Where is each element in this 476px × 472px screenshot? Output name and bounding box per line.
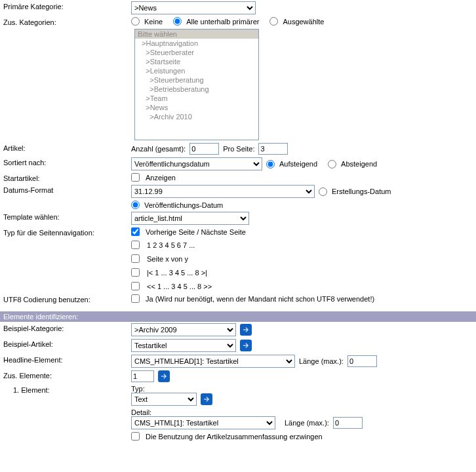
additional-elements-go-button[interactable] bbox=[158, 370, 170, 382]
arrow-right-icon bbox=[242, 326, 250, 334]
start-article-show-label: Anzeigen bbox=[146, 174, 176, 182]
list-item[interactable]: >News bbox=[135, 103, 258, 112]
primary-category-label: Primäre Kategorie: bbox=[3, 1, 131, 10]
list-item[interactable]: >Hauptnavigation bbox=[135, 39, 258, 48]
date-publish-radio[interactable] bbox=[131, 201, 140, 209]
primary-category-select[interactable]: >News bbox=[131, 1, 256, 14]
sort-asc-radio[interactable] bbox=[266, 160, 275, 168]
nav-range1-label: |< 1 ... 3 4 5 ... 8 >| bbox=[147, 269, 207, 277]
utf8-text: Ja (Wird nur benötigt, wenn der Mandant … bbox=[146, 295, 374, 303]
list-item[interactable]: >Archiv 2010 bbox=[135, 112, 258, 121]
example-article-select[interactable]: Testartikel bbox=[131, 339, 236, 352]
date-format-label: Datums-Format bbox=[3, 185, 131, 194]
sort-desc-radio[interactable] bbox=[328, 160, 336, 168]
template-label: Template wählen: bbox=[3, 212, 131, 221]
date-create-label: Erstellungs-Datum bbox=[332, 187, 391, 195]
nav-range2-label: << 1 ... 3 4 5 ... 8 >> bbox=[147, 283, 212, 290]
element-1-label: 1. Element: bbox=[3, 385, 131, 394]
date-create-radio[interactable] bbox=[319, 187, 327, 196]
list-item[interactable]: >Team bbox=[135, 94, 258, 103]
category-listbox[interactable]: Bitte wählen >Hauptnavigation >Steuerber… bbox=[134, 29, 259, 140]
example-category-go-button[interactable] bbox=[240, 324, 252, 336]
arrow-right-icon bbox=[160, 372, 168, 380]
nav-xofy-label: Seite x von y bbox=[147, 255, 188, 263]
element-1-detail-label: Detail: bbox=[131, 408, 473, 416]
cat-radio-all-below[interactable] bbox=[173, 17, 182, 26]
cat-radio-selected[interactable] bbox=[269, 17, 278, 26]
arrow-right-icon bbox=[203, 395, 210, 403]
list-item[interactable]: >Steuerberater bbox=[135, 48, 258, 57]
utf8-label: UTF8 Codierung benutzen: bbox=[3, 294, 131, 304]
cat-radio-all-below-label: Alle unterhalb primärer bbox=[186, 18, 259, 26]
additional-elements-label: Zus. Elemente: bbox=[3, 370, 131, 380]
additional-categories-label: Zus. Kategorien: bbox=[3, 17, 131, 26]
list-item[interactable]: >Startseite bbox=[135, 57, 258, 66]
example-article-go-button[interactable] bbox=[240, 340, 252, 351]
nav-numbers-label: 1 2 3 4 5 6 7 ... bbox=[147, 241, 195, 249]
force-summary-checkbox[interactable] bbox=[131, 432, 140, 441]
cat-radio-selected-label: Ausgewählte bbox=[283, 18, 324, 26]
headline-length-input[interactable] bbox=[347, 355, 377, 367]
date-publish-label: Veröffentlichungs-Datum bbox=[144, 201, 223, 209]
list-item[interactable]: Bitte wählen bbox=[135, 30, 258, 39]
sort-asc-label: Aufsteigend bbox=[279, 160, 317, 168]
article-count-input[interactable] bbox=[189, 143, 219, 155]
cat-radio-none[interactable] bbox=[131, 17, 140, 26]
element-1-detail-select[interactable]: CMS_HTML[1]: Testartikel bbox=[131, 416, 275, 429]
per-page-input[interactable] bbox=[258, 143, 288, 155]
per-page-label: Pro Seite: bbox=[223, 145, 254, 153]
element-1-type-label: Typ: bbox=[131, 385, 473, 393]
nav-type-label: Typ für die Seitennavigation: bbox=[3, 227, 131, 237]
example-article-label: Beispiel-Artikel: bbox=[3, 339, 131, 348]
element-1-length-label: Länge (max.): bbox=[285, 419, 329, 427]
nav-xofy-checkbox[interactable] bbox=[131, 254, 140, 263]
start-article-checkbox[interactable] bbox=[131, 173, 140, 182]
additional-elements-count-input[interactable] bbox=[131, 370, 154, 382]
headline-element-label: Headline-Element: bbox=[3, 355, 131, 364]
nav-range2-checkbox[interactable] bbox=[131, 282, 140, 290]
date-format-select[interactable]: 31.12.99 bbox=[131, 185, 315, 198]
force-summary-label: Die Benutzung der Artikelzusammenfassung… bbox=[146, 433, 323, 441]
element-1-type-go-button[interactable] bbox=[201, 393, 212, 405]
utf8-checkbox[interactable] bbox=[131, 294, 140, 303]
cat-radio-none-label: Keine bbox=[144, 18, 163, 26]
list-item[interactable]: >Betriebsberatung bbox=[135, 85, 258, 94]
identify-section-header: Elemente identifizieren: bbox=[0, 311, 476, 322]
headline-element-select[interactable]: CMS_HTMLHEAD[1]: Testartikel bbox=[131, 355, 295, 368]
article-label: Artikel: bbox=[3, 143, 131, 152]
arrow-right-icon bbox=[242, 342, 250, 349]
count-label: Anzahl (gesamt): bbox=[131, 145, 186, 153]
element-1-length-input[interactable] bbox=[333, 417, 363, 429]
list-item[interactable]: >Steuerberatung bbox=[135, 75, 258, 85]
sorted-by-label: Sortiert nach: bbox=[3, 157, 131, 167]
headline-length-label: Länge (max.): bbox=[299, 357, 344, 365]
list-item[interactable]: >Leistungen bbox=[135, 66, 258, 75]
start-article-label: Startartikel: bbox=[3, 173, 131, 182]
sort-desc-label: Absteigend bbox=[341, 160, 377, 168]
element-1-type-select[interactable]: Text bbox=[131, 393, 197, 406]
nav-range1-checkbox[interactable] bbox=[131, 268, 140, 277]
template-select[interactable]: article_list.html bbox=[131, 212, 249, 225]
nav-prev-next-label: Vorherige Seite / Nächste Seite bbox=[146, 228, 246, 236]
nav-numbers-checkbox[interactable] bbox=[131, 241, 140, 249]
sort-field-select[interactable]: Veröffentlichungsdatum bbox=[131, 157, 262, 170]
example-category-select[interactable]: >Archiv 2009 bbox=[131, 323, 236, 336]
nav-prev-next-checkbox[interactable] bbox=[131, 227, 140, 236]
example-category-label: Beispiel-Kategorie: bbox=[3, 323, 131, 332]
